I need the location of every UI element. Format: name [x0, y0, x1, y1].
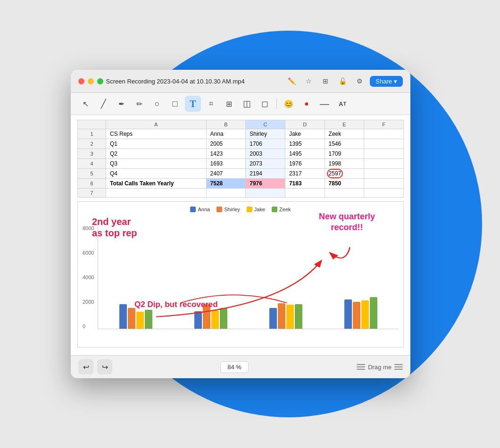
col-f-header[interactable]: F	[364, 120, 404, 129]
cell-f4[interactable]	[364, 159, 404, 169]
cell-e5[interactable]: 2597	[325, 169, 364, 179]
bar-jake-q4	[361, 300, 369, 329]
cell-b1[interactable]: Anna	[206, 129, 246, 139]
cell-f6[interactable]	[364, 179, 404, 189]
cell-e4[interactable]: 1998	[325, 159, 364, 169]
legend-anna: Anna	[190, 207, 210, 212]
cell-d3[interactable]: 1495	[285, 149, 325, 159]
cell-b3[interactable]: 1423	[206, 149, 246, 159]
titlebar-icons: ✏️ ☆ ⊞ 🔓 ⚙ Share ▾	[285, 75, 403, 88]
cell-c5[interactable]: 2194	[246, 169, 285, 179]
cell-d2[interactable]: 1395	[285, 139, 325, 149]
emoji-tool[interactable]: 😊	[281, 96, 297, 112]
legend-anna-label: Anna	[198, 207, 210, 212]
cell-d4[interactable]: 1976	[285, 159, 325, 169]
bar-shirley-q1	[128, 308, 135, 329]
cell-a6[interactable]: Total Calls Taken Yearly	[106, 179, 207, 189]
drag-me-handle[interactable]: Drag me	[357, 364, 403, 371]
cell-f3[interactable]	[364, 149, 404, 159]
cell-f5[interactable]	[364, 169, 404, 179]
col-a-header[interactable]: A	[106, 120, 207, 129]
app-window: Screen Recording 2023-04-04 at 10.10.30 …	[71, 70, 410, 378]
toolbar-separator	[276, 99, 277, 109]
col-e-header[interactable]: E	[325, 120, 364, 129]
pen-tool[interactable]: ✒	[113, 96, 129, 112]
cell-d5[interactable]: 2317	[285, 169, 325, 179]
cell-d1[interactable]: Jake	[285, 129, 325, 139]
cell-b7[interactable]	[206, 189, 246, 198]
cell-a3[interactable]: Q2	[106, 149, 207, 159]
bar-anna-q2	[194, 311, 202, 329]
forward-button[interactable]: ↪	[97, 359, 112, 374]
legend-shirley-label: Shirley	[224, 207, 240, 212]
cell-d6[interactable]: 7183	[285, 179, 325, 189]
spacer	[71, 348, 410, 355]
bottom-nav: ↩ ↪	[78, 359, 112, 374]
cell-c6[interactable]: 7976	[246, 179, 285, 189]
text-tool[interactable]: T	[185, 96, 201, 112]
q4-group	[324, 297, 399, 329]
cell-c1[interactable]: Shirley	[246, 129, 285, 139]
chart-container: Anna Shirley Jake Zeek 2nd yearas top re…	[77, 201, 404, 348]
share-button[interactable]: Share ▾	[370, 76, 403, 87]
cell-a1[interactable]: CS Reps	[106, 129, 207, 139]
drag-lines-icon-right	[394, 364, 403, 370]
highlight-tool[interactable]: ✏	[131, 96, 147, 112]
cell-c7[interactable]	[246, 189, 285, 198]
gear-icon[interactable]: ⚙	[353, 75, 366, 88]
cell-a4[interactable]: Q3	[106, 159, 207, 169]
cell-a2[interactable]: Q1	[106, 139, 207, 149]
cell-e1[interactable]: Zeek	[325, 129, 364, 139]
lock-icon[interactable]: 🔓	[336, 75, 349, 88]
back-button[interactable]: ↩	[78, 359, 93, 374]
cell-c3[interactable]: 2003	[246, 149, 285, 159]
cell-b6[interactable]: 7528	[206, 179, 246, 189]
record-dot[interactable]: ●	[299, 96, 315, 112]
bar-jake-q1	[136, 312, 144, 329]
bar-zeek-q2	[220, 308, 227, 329]
cell-f2[interactable]	[364, 139, 404, 149]
legend-shirley: Shirley	[217, 207, 240, 212]
oval-tool[interactable]: ○	[149, 96, 165, 112]
col-b-header[interactable]: B	[206, 120, 246, 129]
cell-d7[interactable]	[285, 189, 325, 198]
rect-tool[interactable]: □	[167, 96, 183, 112]
col-d-header[interactable]: D	[285, 120, 325, 129]
col-c-header[interactable]: C	[246, 120, 285, 129]
cell-a5[interactable]: Q4	[106, 169, 207, 179]
star-icon[interactable]: ☆	[302, 75, 315, 88]
bar-zeek-q3	[295, 304, 302, 329]
cell-b2[interactable]: 2005	[206, 139, 246, 149]
row-num: 2	[78, 139, 106, 149]
cell-f1[interactable]	[364, 129, 404, 139]
row-num: 6	[78, 179, 106, 189]
cell-a7[interactable]	[106, 189, 207, 198]
bar-shirley-q4	[353, 302, 360, 329]
cell-b4[interactable]: 1693	[206, 159, 246, 169]
y-axis: 0 2000 4000 6000 8000	[83, 225, 94, 329]
cell-f7[interactable]	[364, 189, 404, 198]
square-tool[interactable]: ◻	[257, 96, 273, 112]
cursor-tool[interactable]: ↖	[77, 96, 93, 112]
font-size-tool[interactable]: AT	[334, 96, 350, 112]
row-num: 5	[78, 169, 106, 179]
grid-tool[interactable]: ⊞	[221, 96, 237, 112]
cell-c4[interactable]: 2073	[246, 159, 285, 169]
crop-tool[interactable]: ⌗	[203, 96, 219, 112]
dash-tool[interactable]: —	[317, 96, 333, 112]
row-num-header	[78, 120, 106, 129]
add-tab-icon[interactable]: ⊞	[319, 75, 332, 88]
annotation-q2-dip: Q2 Dip, but recovered	[134, 300, 218, 309]
cell-e2[interactable]: 1546	[325, 139, 364, 149]
cell-e6[interactable]: 7850	[325, 179, 364, 189]
edit-icon[interactable]: ✏️	[285, 75, 298, 88]
legend-jake-label: Jake	[254, 207, 265, 212]
border-tool[interactable]: ◫	[239, 96, 255, 112]
cell-e3[interactable]: 1709	[325, 149, 364, 159]
chart-area: 0 2000 4000 6000 8000	[83, 216, 399, 329]
line-tool[interactable]: ╱	[95, 96, 111, 112]
cell-c2[interactable]: 1706	[246, 139, 285, 149]
cell-b5[interactable]: 2407	[206, 169, 246, 179]
legend-shirley-dot	[217, 207, 222, 212]
cell-e7[interactable]	[325, 189, 364, 198]
